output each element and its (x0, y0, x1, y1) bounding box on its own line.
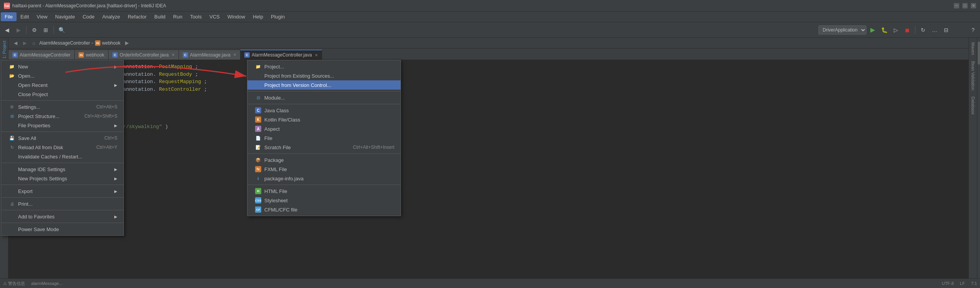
submenu-aspect[interactable]: A Aspect (247, 124, 401, 133)
breadcrumb-run-icon[interactable]: ▶ (125, 40, 129, 46)
tab-close-3[interactable]: ✕ (172, 53, 175, 57)
run-with-coverage-button[interactable]: ▷ (890, 25, 901, 35)
menu-item-add-favorites[interactable]: Add to Favorites ▶ (1, 212, 124, 221)
print-icon: 🖨 (9, 201, 15, 207)
code-line-4: import springframework.web.bind.annotati… (8, 86, 968, 93)
code-editor[interactable]: import springframework.web.bind.annotati… (8, 60, 968, 278)
submenu-scratch[interactable]: 📝 Scratch File Ctrl+Alt+Shift+Insert (247, 143, 401, 152)
menu-item-new-proj-settings[interactable]: New Projects Settings ▶ (1, 174, 124, 183)
kotlin-icon: K (255, 117, 261, 123)
reload-icon: ↻ (9, 144, 15, 150)
submenu-pkg-info[interactable]: ℹ package-info.java (247, 174, 401, 183)
menu-help[interactable]: Help (249, 12, 267, 21)
menu-item-close[interactable]: Close Project (1, 90, 124, 99)
menu-refactor[interactable]: Refactor (124, 12, 150, 21)
update-button[interactable]: ↻ (918, 25, 928, 35)
submenu-kotlin[interactable]: K Kotlin File/Class (247, 115, 401, 124)
tab-alarm-message[interactable]: C AlarmMessage.java ✕ (179, 50, 240, 60)
submenu-stylesheet[interactable]: CSS Stylesheet (247, 196, 401, 205)
menu-vcs[interactable]: VCS (205, 12, 224, 21)
nav-forward-icon[interactable]: ▶ (21, 39, 28, 47)
settings-menu-icon: ⚙ (9, 104, 15, 110)
submenu-html[interactable]: H HTML File (247, 186, 401, 196)
tab-close-5[interactable]: ✕ (315, 53, 318, 57)
menu-edit[interactable]: Edit (17, 12, 33, 21)
breadcrumb-webhook: webhook (102, 40, 120, 46)
tab-order-controller[interactable]: C OrderInfoController.java ✕ (109, 50, 179, 60)
nav-back-icon[interactable]: ◀ (12, 39, 19, 47)
submenu-proj-existing-label: Project from Existing Sources... (264, 73, 334, 79)
submenu-proj-existing[interactable]: Project from Existing Sources... (247, 71, 401, 80)
status-warning: ⚠ 警告信息 (3, 281, 25, 286)
menu-analyze[interactable]: Analyze (99, 12, 124, 21)
code-line-8: //ller (8, 116, 968, 123)
minimize-button[interactable]: ─ (954, 3, 959, 8)
sidebar-database-label[interactable]: Database (970, 93, 976, 118)
menu-item-settings[interactable]: ⚙ Settings... Ctrl+Alt+S (1, 102, 124, 112)
search-button[interactable]: 🔍 (56, 25, 67, 35)
scrollbar-thumb[interactable] (978, 42, 980, 65)
vertical-scrollbar[interactable] (977, 38, 980, 278)
sidebar-bean-label[interactable]: Bean Validation (970, 58, 976, 93)
menu-item-open[interactable]: 📂 Open... (1, 71, 124, 80)
tab-webhook[interactable]: m webhook (75, 50, 109, 60)
menu-build[interactable]: Build (150, 12, 169, 21)
file-props-icon (9, 122, 15, 128)
submenu-cfml[interactable]: CF CFML/CFC file (247, 205, 401, 214)
submenu-module[interactable]: ⊟ Module... (247, 93, 401, 102)
help-button[interactable]: ? (968, 25, 978, 35)
menu-view[interactable]: View (33, 12, 51, 21)
structure-button[interactable]: ⊞ (40, 25, 51, 35)
menu-navigate[interactable]: Navigate (51, 12, 78, 21)
back-button[interactable]: ◀ (2, 25, 12, 35)
menu-item-print[interactable]: 🖨 Print... (1, 199, 124, 208)
submenu-scratch-label: Scratch File (264, 145, 291, 150)
sidebar-maven-label[interactable]: Maven (970, 39, 976, 58)
toolbar-sep-3 (915, 26, 915, 34)
menu-code[interactable]: Code (79, 12, 99, 21)
layout-button[interactable]: ⊟ (941, 25, 952, 35)
menu-item-manage-ide[interactable]: Manage IDE Settings ▶ (1, 165, 124, 174)
sep-6 (1, 210, 124, 210)
settings-button[interactable]: ⚙ (29, 25, 40, 35)
debug-button[interactable]: 🐛 (879, 25, 890, 35)
stop-button[interactable]: ◼ (902, 25, 913, 35)
submenu-fxml[interactable]: fx FXML File (247, 165, 401, 174)
submenu-java-class[interactable]: C Java Class (247, 106, 401, 115)
menu-item-open-recent[interactable]: Open Recent ▶ (1, 80, 124, 90)
submenu-html-label: HTML File (264, 188, 287, 194)
run-config-select[interactable]: DriverApplication (818, 25, 866, 35)
forward-button[interactable]: ▶ (13, 25, 24, 35)
menu-item-reload[interactable]: ↻ Reload All from Disk Ctrl+Alt+Y (1, 143, 124, 152)
menu-item-new[interactable]: 📁 New ▶ (1, 62, 124, 71)
breadcrumb-sep-1: ▸ (92, 41, 93, 45)
submenu-proj-vcs[interactable]: Project from Version Control... (247, 80, 401, 90)
more-button[interactable]: … (929, 25, 940, 35)
tab-close-4[interactable]: ✕ (233, 53, 236, 57)
tab-alarm-message-ctrl[interactable]: C AlarmMessageController.java ✕ (240, 50, 322, 60)
menu-item-export[interactable]: Export ▶ (1, 186, 124, 196)
sidebar-project-label[interactable]: 1: Project (1, 38, 7, 62)
submenu-package[interactable]: 📦 Package (247, 155, 401, 165)
submenu-project[interactable]: 📁 Project... (247, 62, 401, 71)
close-button[interactable]: ✕ (971, 3, 976, 8)
menu-plugin[interactable]: Plugin (267, 12, 289, 21)
menu-item-invalidate[interactable]: Invalidate Caches / Restart... (1, 152, 124, 161)
menu-window[interactable]: Window (224, 12, 249, 21)
menu-item-save-all[interactable]: 💾 Save All Ctrl+S (1, 133, 124, 143)
maximize-button[interactable]: □ (962, 3, 968, 8)
run-button[interactable]: ▶ (867, 25, 878, 35)
menu-item-power-save[interactable]: Power Save Mode (1, 225, 124, 234)
tab-alarm-controller[interactable]: C AlarmMessageController (8, 50, 75, 60)
package-icon: 📦 (255, 157, 261, 163)
menu-tools[interactable]: Tools (186, 12, 205, 21)
menu-file[interactable]: File (1, 12, 17, 21)
nav-home-icon[interactable]: ⌂ (30, 39, 38, 47)
submenu-file[interactable]: 📄 File (247, 133, 401, 143)
cfml-icon: CF (255, 206, 261, 213)
app-icon: hai (4, 3, 10, 9)
menu-item-file-props[interactable]: File Properties ▶ (1, 121, 124, 130)
menu-run[interactable]: Run (169, 12, 186, 21)
menu-item-project-structure[interactable]: ⊞ Project Structure... Ctrl+Alt+Shift+S (1, 112, 124, 121)
export-icon (9, 188, 15, 194)
